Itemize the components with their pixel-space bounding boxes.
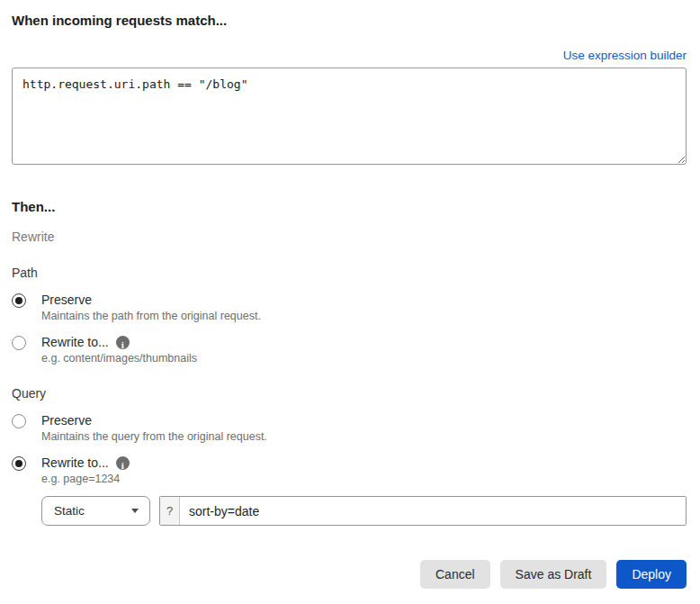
then-section-heading: Then... — [12, 199, 687, 214]
action-label: Rewrite — [12, 230, 687, 244]
rewrite-type-dropdown[interactable]: Static — [41, 496, 150, 526]
path-rewrite-description: e.g. content/images/thumbnails — [41, 352, 687, 365]
path-preserve-label[interactable]: Preserve — [41, 293, 92, 307]
expression-editor-textarea[interactable]: http.request.uri.path == "/blog" — [12, 68, 687, 165]
query-value-input[interactable] — [180, 497, 686, 525]
option-label-row: Rewrite to... — [41, 335, 687, 349]
chevron-down-icon — [131, 509, 139, 513]
option-label-row: Preserve — [41, 413, 687, 428]
query-rewrite-option: Rewrite to... e.g. page=1234 — [12, 455, 687, 485]
option-body: Rewrite to... e.g. content/images/thumbn… — [41, 335, 687, 365]
path-preserve-option: Preserve Maintains the path from the ori… — [12, 293, 687, 322]
rewrite-type-dropdown-value: Static — [54, 504, 85, 518]
path-preserve-description: Maintains the path from the original req… — [41, 310, 687, 322]
deploy-button[interactable]: Deploy — [616, 560, 687, 589]
info-icon[interactable] — [116, 456, 130, 470]
query-value-input-group: ? — [159, 496, 687, 526]
rule-editor: When incoming requests match... Use expr… — [0, 0, 700, 526]
use-expression-builder-link[interactable]: Use expression builder — [563, 49, 687, 62]
builder-link-row: Use expression builder — [12, 47, 687, 63]
match-section-heading: When incoming requests match... — [12, 13, 687, 28]
query-preserve-description: Maintains the query from the original re… — [41, 430, 687, 443]
option-body: Preserve Maintains the query from the or… — [41, 413, 687, 443]
query-prefix-badge: ? — [160, 497, 180, 525]
action-button-row: Cancel Save as Draft Deploy — [0, 560, 687, 589]
query-preserve-radio[interactable] — [12, 414, 26, 428]
option-label-row: Preserve — [41, 293, 687, 307]
query-rewrite-controls: Static ? — [41, 496, 687, 526]
path-rewrite-label[interactable]: Rewrite to... — [41, 335, 109, 349]
option-label-row: Rewrite to... — [41, 455, 687, 470]
query-rewrite-description: e.g. page=1234 — [41, 473, 687, 485]
path-rewrite-option: Rewrite to... e.g. content/images/thumbn… — [12, 335, 687, 365]
cancel-button[interactable]: Cancel — [420, 560, 490, 589]
query-preserve-label[interactable]: Preserve — [41, 413, 92, 428]
save-as-draft-button[interactable]: Save as Draft — [500, 560, 607, 589]
query-rewrite-radio[interactable] — [12, 456, 26, 471]
path-rewrite-radio[interactable] — [12, 336, 26, 350]
option-body: Rewrite to... e.g. page=1234 — [41, 455, 687, 485]
path-preserve-radio[interactable] — [12, 293, 26, 308]
info-icon[interactable] — [116, 336, 130, 349]
path-group-label: Path — [12, 266, 687, 280]
query-preserve-option: Preserve Maintains the query from the or… — [12, 413, 687, 443]
query-group-label: Query — [12, 386, 687, 401]
option-body: Preserve Maintains the path from the ori… — [41, 293, 687, 322]
query-rewrite-label[interactable]: Rewrite to... — [41, 455, 109, 470]
